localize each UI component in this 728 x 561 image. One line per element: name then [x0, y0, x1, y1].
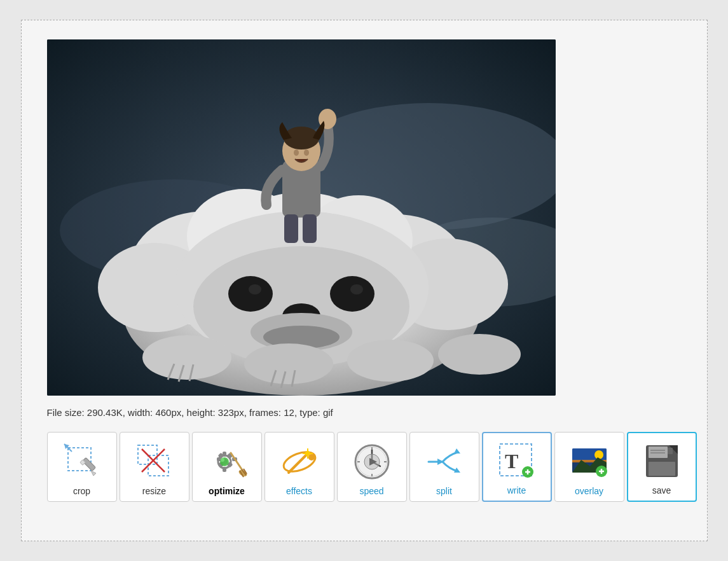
svg-rect-27: [284, 214, 298, 243]
main-container: File size: 290.43K, width: 460px, height…: [21, 20, 708, 541]
write-button[interactable]: T write: [482, 432, 552, 502]
svg-marker-37: [91, 471, 96, 476]
crop-button[interactable]: crop: [47, 432, 117, 502]
effects-button[interactable]: effects: [264, 432, 334, 502]
resize-label: resize: [142, 486, 166, 496]
svg-point-16: [249, 284, 261, 294]
svg-point-22: [244, 343, 333, 384]
svg-point-15: [330, 276, 374, 312]
overlay-label: overlay: [575, 486, 603, 496]
toolbar: crop resize: [47, 432, 699, 502]
resize-button[interactable]: resize: [120, 432, 189, 502]
svg-point-24: [438, 334, 521, 375]
write-icon: T: [497, 441, 537, 481]
svg-rect-101: [668, 448, 673, 454]
split-button[interactable]: split: [409, 432, 479, 502]
svg-point-14: [228, 276, 273, 312]
effects-label: effects: [286, 486, 312, 496]
svg-point-89: [594, 450, 603, 459]
effects-icon: [279, 441, 320, 482]
svg-point-32: [304, 149, 309, 156]
overlay-button[interactable]: overlay: [554, 432, 624, 502]
svg-text:T: T: [505, 450, 518, 473]
crop-label: crop: [73, 486, 90, 496]
crop-icon: [62, 441, 102, 482]
svg-point-54: [221, 458, 224, 462]
svg-rect-36: [82, 457, 95, 471]
svg-rect-100: [649, 462, 675, 476]
speed-icon: [352, 441, 392, 482]
svg-point-23: [347, 340, 434, 382]
resize-icon: [134, 441, 175, 482]
svg-rect-46: [223, 467, 226, 472]
write-label: write: [507, 485, 526, 495]
svg-point-21: [142, 335, 231, 380]
optimize-button[interactable]: optimize: [192, 432, 262, 502]
svg-marker-80: [454, 448, 460, 454]
split-icon: [424, 441, 465, 482]
svg-point-31: [294, 149, 299, 156]
speed-label: speed: [359, 486, 383, 496]
speed-button[interactable]: speed: [337, 432, 407, 502]
split-label: split: [436, 486, 452, 496]
file-info: File size: 290.43K, width: 460px, height…: [47, 407, 333, 418]
optimize-icon: [207, 441, 247, 482]
save-icon: [642, 441, 682, 481]
overlay-icon: [569, 441, 610, 482]
save-label: save: [652, 485, 671, 495]
optimize-label: optimize: [209, 486, 245, 496]
save-button[interactable]: save: [627, 432, 697, 502]
image-preview: [47, 39, 556, 396]
svg-point-67: [308, 454, 315, 461]
svg-line-55: [231, 453, 244, 472]
svg-point-17: [350, 284, 363, 294]
svg-rect-28: [303, 214, 317, 243]
